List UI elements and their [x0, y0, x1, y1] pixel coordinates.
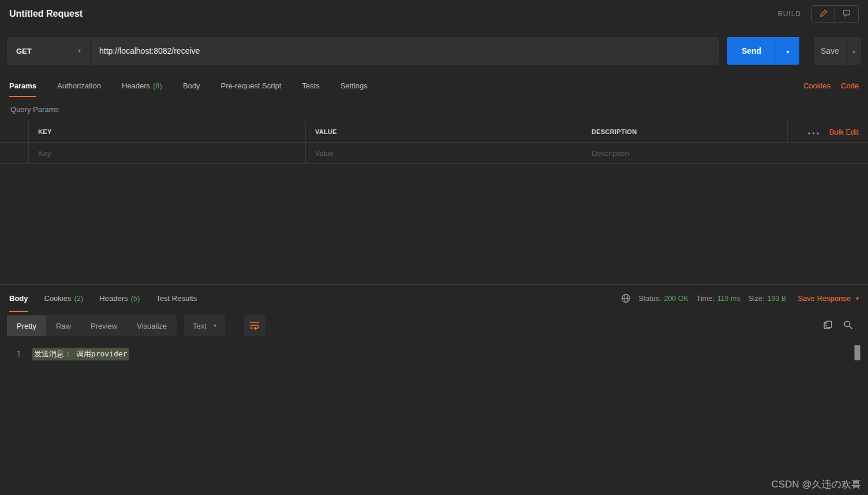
tab-authorization[interactable]: Authorization: [57, 74, 101, 97]
header-links: Cookies Code: [803, 81, 859, 90]
query-params-title: Query Params: [0, 97, 868, 121]
request-bar: GET ▾ Send ▾ Save ▾: [0, 28, 868, 74]
key-cell: [29, 143, 306, 163]
cookies-link[interactable]: Cookies: [803, 81, 830, 90]
scrollbar-thumb[interactable]: [854, 345, 860, 360]
response-tab-headers[interactable]: Headers(5): [99, 285, 140, 312]
topbar-right: BUILD: [778, 5, 859, 23]
tab-label: Body: [183, 81, 200, 90]
search-icon: [843, 320, 853, 332]
view-tab-raw[interactable]: Raw: [46, 315, 81, 336]
send-split-button: Send ▾: [727, 37, 799, 65]
save-response-button[interactable]: Save Response ▾: [798, 294, 859, 303]
tab-tests[interactable]: Tests: [302, 74, 319, 97]
save-response-label: Save Response: [798, 294, 851, 303]
copy-button[interactable]: [823, 320, 833, 332]
empty-area: [0, 164, 868, 284]
url-input[interactable]: [91, 37, 719, 65]
tab-pre-request-script[interactable]: Pre-request Script: [221, 74, 282, 97]
response-tabs: Body Cookies(2) Headers(5) Test Results …: [0, 285, 868, 312]
headers-count: (8): [153, 81, 162, 90]
view-tab-preview[interactable]: Preview: [81, 315, 127, 336]
response-tab-cookies[interactable]: Cookies(2): [44, 285, 84, 312]
time-label: Time:: [697, 295, 714, 303]
response-meta: Status: 200 OK Time: 119 ms Size: 193 B …: [621, 293, 859, 303]
response-view-group: Pretty Raw Preview Visualize: [7, 315, 177, 336]
status-value: 200 OK: [664, 295, 688, 303]
tab-params[interactable]: Params: [9, 74, 36, 97]
search-button[interactable]: [843, 320, 853, 332]
wrap-text-button[interactable]: [244, 315, 265, 336]
cookies-count: (2): [74, 294, 83, 303]
globe-icon[interactable]: [621, 293, 631, 303]
watermark: CSDN @久违の欢喜: [771, 478, 861, 491]
format-label: Text: [193, 322, 207, 330]
request-action-buttons: [811, 5, 859, 23]
tab-headers[interactable]: Headers(8): [122, 74, 162, 97]
view-tab-visualize[interactable]: Visualize: [127, 315, 177, 336]
request-tabs: Params Authorization Headers(8) Body Pre…: [0, 74, 868, 97]
tab-label: Tests: [302, 81, 319, 90]
chevron-down-icon: ▾: [852, 49, 855, 55]
tab-label: Body: [9, 294, 28, 303]
description-input[interactable]: [582, 143, 868, 163]
tab-label: Params: [9, 81, 36, 90]
view-tab-pretty[interactable]: Pretty: [7, 315, 46, 336]
response-tab-test-results[interactable]: Test Results: [156, 285, 197, 312]
chevron-down-icon: ▾: [78, 48, 81, 54]
tab-label: Authorization: [57, 81, 101, 90]
tab-label: Pre-request Script: [221, 81, 282, 90]
send-options-button[interactable]: ▾: [776, 37, 799, 65]
more-options-button[interactable]: [808, 128, 819, 136]
chevron-down-icon: ▾: [856, 296, 859, 302]
save-button[interactable]: Save: [814, 37, 846, 65]
status-indicator: Status: 200 OK: [639, 295, 689, 303]
comment-icon: [843, 9, 851, 19]
value-input[interactable]: [306, 143, 582, 163]
save-options-button[interactable]: ▾: [846, 37, 861, 65]
response-tab-body[interactable]: Body: [9, 285, 28, 312]
edit-request-button[interactable]: [811, 5, 835, 23]
status-label: Status:: [639, 295, 661, 303]
row-checkbox-cell: [0, 143, 29, 163]
ellipsis-icon: [808, 128, 819, 136]
bulk-edit-link[interactable]: Bulk Edit: [829, 128, 859, 136]
tab-settings[interactable]: Settings: [341, 74, 368, 97]
table-row: [0, 143, 868, 164]
query-params-table: KEY VALUE DESCRIPTION Bulk Edit: [0, 121, 868, 164]
response-body-text: 发送消息： 调用provider: [32, 348, 129, 360]
send-button[interactable]: Send: [727, 37, 776, 65]
chevron-down-icon: ▾: [214, 323, 216, 329]
description-column-header: DESCRIPTION: [582, 121, 788, 142]
key-column-header: KEY: [29, 121, 306, 142]
response-section: Body Cookies(2) Headers(5) Test Results …: [0, 284, 868, 342]
tab-label: Headers: [99, 294, 128, 303]
pencil-icon: [820, 9, 828, 19]
size-value: 193 B: [768, 295, 787, 303]
method-select[interactable]: GET ▾: [7, 37, 90, 65]
checkbox-column-header: [0, 121, 29, 142]
request-title: Untitled Request: [9, 9, 83, 19]
response-line: 1 发送消息： 调用provider: [0, 348, 868, 360]
response-body-viewer: 1 发送消息： 调用provider: [0, 342, 868, 495]
tab-label: Headers: [122, 81, 150, 90]
tab-body[interactable]: Body: [183, 74, 200, 97]
postman-window: Untitled Request BUILD GET ▾: [0, 0, 868, 495]
save-split-button: Save ▾: [814, 37, 861, 65]
format-select[interactable]: Text ▾: [184, 315, 225, 336]
copy-icon: [823, 320, 833, 332]
table-actions: Bulk Edit: [788, 121, 868, 142]
response-headers-count: (5): [131, 294, 140, 303]
response-toolbar: Pretty Raw Preview Visualize Text ▾: [0, 312, 868, 342]
value-column-header: VALUE: [306, 121, 582, 142]
table-header-row: KEY VALUE DESCRIPTION Bulk Edit: [0, 121, 868, 143]
key-input[interactable]: [29, 143, 305, 163]
method-label: GET: [16, 47, 32, 55]
description-cell: [582, 143, 868, 163]
comments-button[interactable]: [835, 5, 859, 23]
wrap-text-icon: [249, 321, 260, 332]
build-label: BUILD: [778, 10, 801, 18]
tab-label: Settings: [341, 81, 368, 90]
tab-label: Cookies: [44, 294, 72, 303]
code-link[interactable]: Code: [841, 81, 859, 90]
